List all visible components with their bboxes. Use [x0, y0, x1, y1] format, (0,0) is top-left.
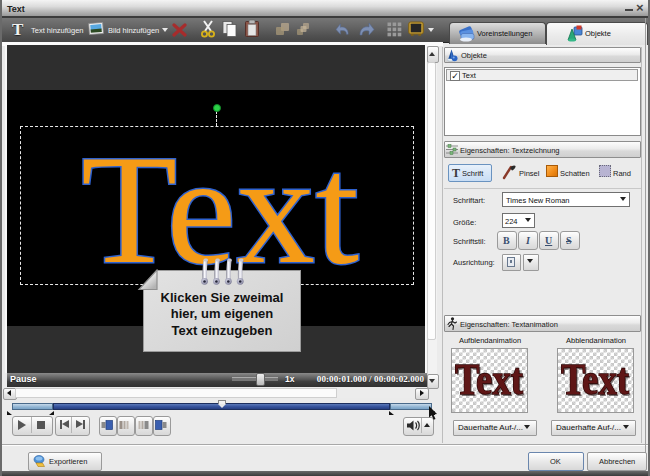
svg-text:Text: Text	[455, 355, 523, 404]
svg-text:Text: Text	[561, 355, 629, 404]
